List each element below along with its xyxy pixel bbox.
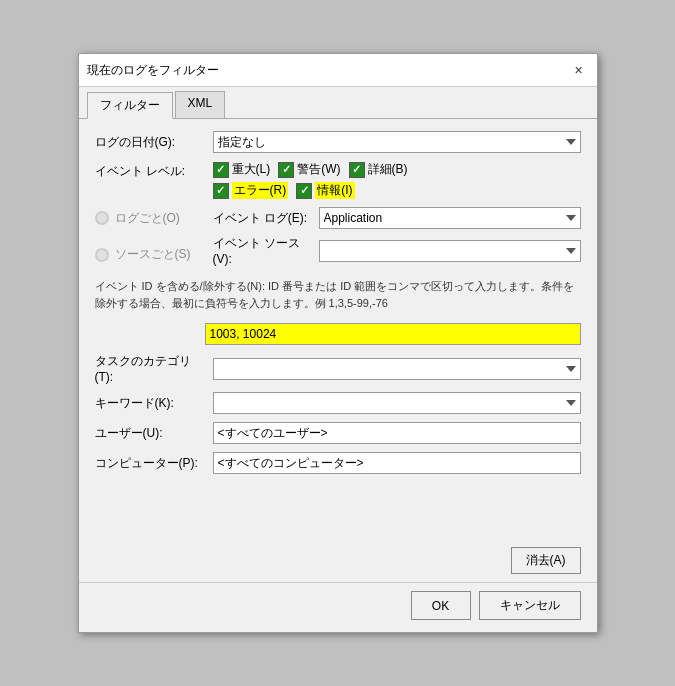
event-fields-col: イベント ログ(E): Application イベント ソース(V): [213, 207, 581, 266]
cb-warning-box[interactable] [278, 162, 294, 178]
task-category-label: タスクのカテゴリ(T): [95, 353, 205, 384]
event-log-label: イベント ログ(E): [213, 210, 313, 227]
log-date-field: 指定なし [213, 131, 581, 153]
log-date-select[interactable]: 指定なし [213, 131, 581, 153]
checkbox-row-2: エラー(R) 情報(I) [213, 182, 408, 199]
user-label: ユーザー(U): [95, 425, 205, 442]
checkbox-row-1: 重大(L) 警告(W) 詳細(B) [213, 161, 408, 178]
task-category-row: タスクのカテゴリ(T): [95, 353, 581, 384]
action-row: 消去(A) [79, 543, 597, 582]
event-source-row: イベント ソース(V): [213, 235, 581, 266]
cb-critical[interactable]: 重大(L) [213, 161, 271, 178]
close-button[interactable]: × [569, 60, 589, 80]
cb-warning[interactable]: 警告(W) [278, 161, 340, 178]
cb-error-box[interactable] [213, 183, 229, 199]
radio-sourcekoto-label: ソースごと(S) [115, 246, 191, 263]
radio-logkoto-label: ログごと(O) [115, 210, 180, 227]
clear-button[interactable]: 消去(A) [511, 547, 581, 574]
computer-label: コンピューター(P): [95, 455, 205, 472]
filter-dialog: 現在のログをフィルター × フィルター XML ログの日付(G): 指定なし イ… [78, 53, 598, 633]
event-level-label: イベント レベル: [95, 161, 205, 180]
level-checkboxes: 重大(L) 警告(W) 詳細(B) エラー(R) [213, 161, 408, 199]
footer-buttons: OK キャンセル [79, 582, 597, 632]
form-content: ログの日付(G): 指定なし イベント レベル: 重大(L) 警告(W) [79, 119, 597, 543]
computer-row: コンピューター(P): <すべてのコンピューター> [95, 452, 581, 474]
radio-logkoto[interactable]: ログごと(O) [95, 210, 205, 227]
title-bar: 現在のログをフィルター × [79, 54, 597, 87]
cancel-button[interactable]: キャンセル [479, 591, 581, 620]
event-id-field [205, 323, 581, 345]
cb-info-label: 情報(I) [315, 182, 354, 199]
task-category-field [213, 358, 581, 380]
tab-xml[interactable]: XML [175, 91, 226, 118]
event-log-row: イベント ログ(E): Application [213, 207, 581, 229]
cb-verbose-label: 詳細(B) [368, 161, 408, 178]
event-source-field [319, 240, 581, 262]
radio-sourcekoto[interactable]: ソースごと(S) [95, 246, 205, 263]
radio-sourcekoto-btn[interactable] [95, 248, 109, 262]
event-id-spacer [95, 323, 205, 345]
dialog-title: 現在のログをフィルター [87, 62, 219, 79]
radio-logkoto-btn[interactable] [95, 211, 109, 225]
event-id-description: イベント ID を含める/除外する(N): ID 番号または ID 範囲をコンマ… [95, 278, 581, 311]
cb-critical-box[interactable] [213, 162, 229, 178]
keyword-select[interactable] [213, 392, 581, 414]
cb-error-label: エラー(R) [232, 182, 289, 199]
radio-col: ログごと(O) ソースごと(S) [95, 207, 205, 266]
cb-verbose-box[interactable] [349, 162, 365, 178]
cb-error[interactable]: エラー(R) [213, 182, 289, 199]
event-level-row: イベント レベル: 重大(L) 警告(W) 詳細(B) [95, 161, 581, 199]
user-value: <すべてのユーザー> [213, 422, 581, 444]
tab-bar: フィルター XML [79, 87, 597, 119]
cb-info-box[interactable] [296, 183, 312, 199]
keyword-field [213, 392, 581, 414]
event-id-input[interactable] [205, 323, 581, 345]
event-log-select[interactable]: Application [319, 207, 581, 229]
log-date-label: ログの日付(G): [95, 134, 205, 151]
event-source-label: イベント ソース(V): [213, 235, 313, 266]
task-category-select[interactable] [213, 358, 581, 380]
event-id-row [95, 323, 581, 345]
keyword-label: キーワード(K): [95, 395, 205, 412]
computer-value: <すべてのコンピューター> [213, 452, 581, 474]
computer-field: <すべてのコンピューター> [213, 452, 581, 474]
radio-fields-section: ログごと(O) ソースごと(S) イベント ログ(E): Application [95, 207, 581, 266]
cb-warning-label: 警告(W) [297, 161, 340, 178]
user-field: <すべてのユーザー> [213, 422, 581, 444]
keyword-row: キーワード(K): [95, 392, 581, 414]
event-source-select[interactable] [319, 240, 581, 262]
event-log-field: Application [319, 207, 581, 229]
cb-critical-label: 重大(L) [232, 161, 271, 178]
cb-verbose[interactable]: 詳細(B) [349, 161, 408, 178]
log-date-row: ログの日付(G): 指定なし [95, 131, 581, 153]
ok-button[interactable]: OK [411, 591, 471, 620]
user-row: ユーザー(U): <すべてのユーザー> [95, 422, 581, 444]
tab-filter[interactable]: フィルター [87, 92, 173, 119]
cb-info[interactable]: 情報(I) [296, 182, 354, 199]
